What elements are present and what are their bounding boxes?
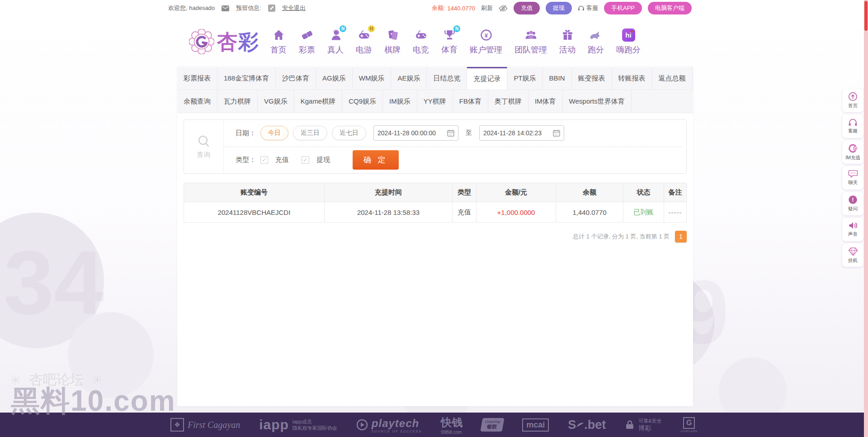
tab-transfer-report[interactable]: 转账报表: [612, 67, 652, 90]
tab-im[interactable]: IM娱乐: [383, 90, 417, 113]
customer-service-link[interactable]: 客服: [578, 4, 598, 12]
tab-im-sport[interactable]: IM体育: [528, 90, 563, 113]
balance-value: 1440.0770: [448, 5, 475, 12]
topbar-right: 余额: 1440.0770 刷新 充值 提现 客服 手机APP 电脑客户端: [432, 2, 692, 14]
footer-logo-secure-gambling: 可靠&安全 博彩: [625, 418, 661, 432]
brand-name: 杏彩: [217, 32, 259, 52]
tab-wesports[interactable]: Wesports世界体育: [563, 90, 632, 113]
main-nav: 首页 彩票 N 真人 H 电游 棋牌 电竞: [270, 28, 641, 55]
range-today-pill[interactable]: 今日: [260, 126, 288, 140]
refresh-link[interactable]: 刷新: [481, 4, 493, 12]
brand-emblem-icon: [189, 29, 214, 54]
welcome-text: 欢迎您, hadesado: [168, 4, 215, 12]
floatbar-question[interactable]: ! 疑问: [842, 192, 863, 215]
nav-item-home[interactable]: 首页: [270, 28, 287, 55]
query-column: 查询: [184, 120, 224, 173]
hot-badge: H: [368, 25, 375, 32]
floatbar-chat[interactable]: 聊天: [842, 166, 863, 190]
confirm-button[interactable]: 确 定: [353, 150, 399, 170]
range-7days-pill[interactable]: 近七日: [332, 126, 366, 140]
tab-188-sport[interactable]: 188金宝博体育: [217, 67, 276, 90]
home-icon: [272, 28, 285, 42]
nav-item-hi-paofen[interactable]: hi 嗨跑分: [616, 28, 641, 55]
date-to-input[interactable]: 2024-11-28 14:02:23: [479, 125, 564, 141]
footer-logo-sbet: S .bet: [568, 418, 606, 432]
nav-item-esports[interactable]: 电竞: [413, 28, 429, 55]
mobile-app-button[interactable]: 手机APP: [604, 2, 642, 14]
tab-vg[interactable]: VG娱乐: [258, 90, 294, 113]
nav-item-promotions[interactable]: 活动: [559, 28, 576, 55]
edit-pencil-icon[interactable]: [268, 5, 275, 12]
nav-item-lottery[interactable]: 彩票: [299, 28, 315, 55]
nav-item-account[interactable]: ¥ 账户管理: [470, 28, 502, 55]
scrollbar-thumb[interactable]: [864, 1, 868, 31]
magnifier-icon: [197, 134, 211, 148]
tab-pt[interactable]: PT娱乐: [507, 67, 542, 90]
team-icon: [524, 28, 538, 42]
withdraw-checkbox-label[interactable]: 提现: [316, 156, 330, 164]
withdraw-checkbox[interactable]: ✓: [302, 156, 309, 164]
brand-logo[interactable]: 杏彩: [189, 29, 259, 54]
nav-item-live[interactable]: N 真人: [327, 28, 344, 55]
tab-yy[interactable]: YY棋牌: [417, 90, 453, 113]
rhino-icon: [589, 28, 603, 42]
footer-logo-playtech: playtech SOURCE OF SUCCESS: [356, 417, 422, 433]
trophy-icon: N: [443, 28, 456, 42]
tab-lottery-report[interactable]: 彩票报表: [177, 67, 217, 90]
slots-gamepad-icon: H: [357, 28, 371, 42]
esports-gamepad-icon: [414, 28, 428, 42]
tab-account-change-report[interactable]: 账变报表: [572, 67, 612, 90]
message-envelope-icon[interactable]: [222, 5, 229, 11]
pc-client-button[interactable]: 电脑客户端: [648, 2, 692, 14]
tab-kgame[interactable]: Kgame棋牌: [294, 90, 343, 113]
header-amount: 金额/元: [476, 183, 556, 202]
deposit-button[interactable]: 充值: [514, 2, 540, 14]
tab-rebate-total[interactable]: 返点总额: [652, 67, 693, 90]
deposit-checkbox[interactable]: ✓: [260, 156, 268, 164]
tab-ag[interactable]: AG娱乐: [316, 67, 353, 90]
range-3days-pill[interactable]: 近三日: [293, 126, 327, 140]
floatbar-service[interactable]: 客服: [842, 114, 863, 138]
tab-wm[interactable]: WM娱乐: [353, 67, 392, 90]
type-label: 类型：: [236, 156, 256, 164]
tab-ae[interactable]: AE娱乐: [391, 67, 427, 90]
floatbar-im-recharge[interactable]: ¥ IM充值: [842, 140, 863, 164]
floatbar-idle[interactable]: 挂机: [842, 243, 863, 267]
balance-label: 余额:: [432, 4, 445, 12]
cards-icon: [386, 28, 399, 42]
footer-logo-unionpay: UnionPay 银联: [481, 418, 503, 432]
tab-balance-query[interactable]: 余额查询: [177, 90, 217, 113]
tab-wali[interactable]: 瓦力棋牌: [217, 90, 258, 113]
tab-bbin[interactable]: BBIN: [543, 67, 572, 90]
floatbar-sound[interactable]: 声音: [842, 218, 863, 241]
tab-aoding[interactable]: 奥丁棋牌: [488, 90, 528, 113]
cell-amount: +1,000.0000: [476, 202, 556, 223]
nav-item-sports[interactable]: N 体育: [441, 28, 458, 55]
footer-logo-gamcare: G GAMCARE: [681, 417, 698, 432]
page-1-button[interactable]: 1: [675, 231, 687, 242]
nav-item-paofen[interactable]: 跑分: [588, 28, 604, 55]
nav-item-team[interactable]: 团队管理: [514, 28, 547, 55]
tab-daily-summary[interactable]: 日结总览: [427, 67, 467, 90]
tab-shaba-sport[interactable]: 沙巴体育: [276, 67, 316, 90]
account-coin-icon: ¥: [479, 28, 493, 42]
playtech-swirl-icon: [356, 419, 368, 431]
cell-balance: 1,440.0770: [556, 202, 623, 223]
nav-item-board-games[interactable]: 棋牌: [384, 28, 401, 55]
floatbar-home[interactable]: 首页: [842, 89, 863, 112]
header-change-id: 账变编号: [184, 183, 325, 202]
deposit-checkbox-label[interactable]: 充值: [275, 156, 289, 164]
logout-link[interactable]: 安全退出: [282, 4, 306, 12]
withdraw-button[interactable]: 提现: [546, 2, 572, 14]
scrollbar-track[interactable]: [864, 0, 868, 437]
tab-deposit-withdraw-records[interactable]: 充提记录: [467, 67, 507, 90]
nav-item-egame[interactable]: H 电游: [356, 28, 372, 55]
date-from-input[interactable]: 2024-11-28 00:00:00: [373, 125, 458, 141]
cell-status: 已到账: [623, 202, 664, 223]
svg-text:!: !: [852, 196, 854, 203]
tab-fb-sport[interactable]: FB体育: [453, 90, 488, 113]
footer-logo-iapp: iapp iapp成员 隐私权专家国际协会: [259, 417, 337, 432]
eye-off-icon[interactable]: [499, 5, 508, 12]
date-filter-row: 日期： 今日 近三日 近七日 2024-11-28 00:00:00 至 202…: [224, 120, 682, 147]
tab-cq9[interactable]: CQ9娱乐: [342, 90, 383, 113]
